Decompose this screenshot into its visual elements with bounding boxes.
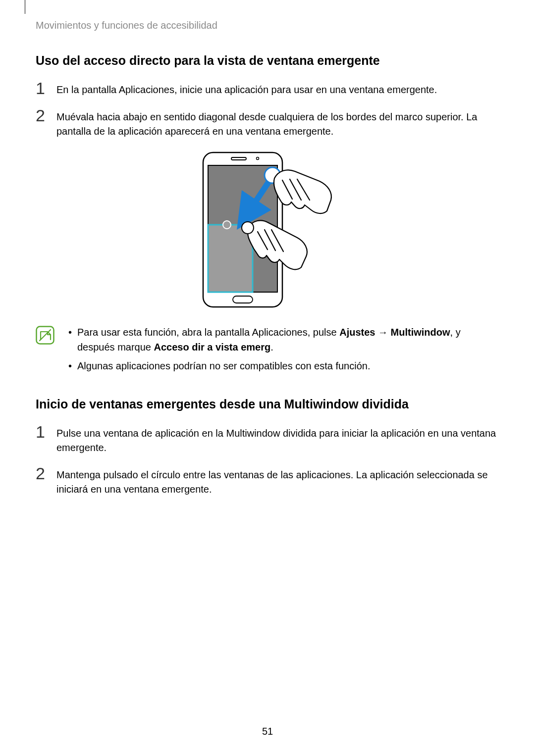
svg-rect-4 bbox=[233, 296, 253, 303]
bullet-icon bbox=[68, 325, 77, 354]
svg-point-6 bbox=[223, 221, 231, 229]
bold-acceso: Acceso dir a vista emerg bbox=[154, 342, 271, 353]
note-list: Para usar esta función, abra la pantalla… bbox=[68, 325, 499, 377]
note-item-2: Algunas aplicaciones podrían no ser comp… bbox=[68, 358, 499, 373]
arrow-glyph: → bbox=[375, 327, 390, 338]
bold-ajustes: Ajustes bbox=[339, 327, 375, 338]
document-page: Movimientos y funciones de accesibilidad… bbox=[0, 0, 535, 756]
text-fragment: . bbox=[270, 342, 273, 353]
section2-heading: Inicio de ventanas emergentes desde una … bbox=[36, 397, 499, 411]
step-number: 1 bbox=[36, 80, 56, 97]
bullet-icon bbox=[68, 358, 77, 373]
svg-point-9 bbox=[242, 222, 254, 234]
text-fragment: Para usar esta función, abra la pantalla… bbox=[77, 327, 339, 338]
svg-rect-5 bbox=[208, 225, 253, 292]
bold-multiwindow: Multiwindow bbox=[391, 327, 450, 338]
step-number: 2 bbox=[36, 107, 56, 124]
note-item-1-text: Para usar esta función, abra la pantalla… bbox=[77, 325, 499, 354]
step-number: 2 bbox=[36, 465, 56, 482]
breadcrumb: Movimientos y funciones de accesibilidad bbox=[36, 20, 499, 31]
page-number: 51 bbox=[0, 726, 535, 737]
step-text: Muévala hacia abajo en sentido diagonal … bbox=[56, 109, 499, 139]
section2-step2: 2 Mantenga pulsado el círculo entre las … bbox=[36, 467, 499, 497]
phone-swipe-illustration bbox=[36, 151, 499, 311]
section1-step2: 2 Muévala hacia abajo en sentido diagona… bbox=[36, 109, 499, 139]
note-item-2-text: Algunas aplicaciones podrían no ser comp… bbox=[77, 358, 499, 373]
step-text: Pulse una ventana de aplicación en la Mu… bbox=[56, 425, 499, 455]
section1-heading: Uso del acceso directo para la vista de … bbox=[36, 53, 499, 68]
step-text: En la pantalla Aplicaciones, inicie una … bbox=[56, 82, 499, 97]
section1-step1: 1 En la pantalla Aplicaciones, inicie un… bbox=[36, 82, 499, 97]
step-number: 1 bbox=[36, 423, 56, 440]
step-text: Mantenga pulsado el círculo entre las ve… bbox=[56, 467, 499, 497]
note-icon bbox=[36, 326, 54, 345]
note-item-1: Para usar esta función, abra la pantalla… bbox=[68, 325, 499, 354]
phone-swipe-drawing-icon bbox=[193, 151, 342, 309]
note-block: Para usar esta función, abra la pantalla… bbox=[36, 325, 499, 377]
section2-step1: 1 Pulse una ventana de aplicación en la … bbox=[36, 425, 499, 455]
